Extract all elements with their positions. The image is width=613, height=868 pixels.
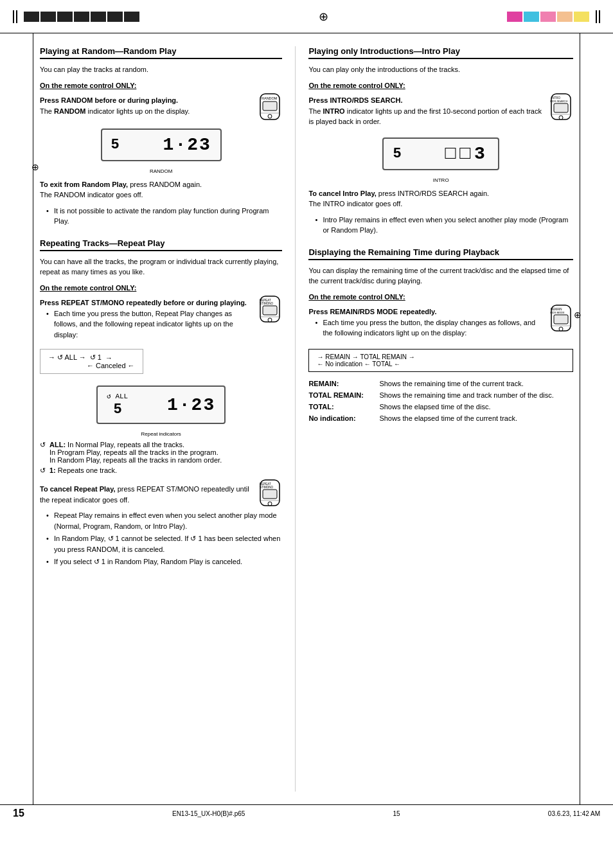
remain-val-total-remain: Shows the remaining time and track numbe… bbox=[379, 390, 573, 402]
repeat-press-heading: Press REPEAT ST/MONO repeatedly before o… bbox=[40, 299, 282, 306]
remain-val-no-indication: Shows the elapsed time of the current tr… bbox=[379, 413, 573, 425]
random-to-exit: To exit from Random Play, press RANDOM a… bbox=[40, 179, 282, 200]
random-play-intro: You can play the tracks at random. bbox=[40, 64, 282, 75]
repeat-1-desc: Repeats one track. bbox=[58, 466, 117, 474]
svg-text:/RDS MODE: /RDS MODE bbox=[550, 311, 565, 314]
intro-play-intro: You can play only the introductions of t… bbox=[308, 64, 573, 75]
intro-lcd-label: INTRO bbox=[308, 177, 573, 183]
repeat-press-bullets: Each time you press the button, Repeat P… bbox=[40, 308, 282, 341]
remain-row-remain: REMAIN: Shows the remaining time of the … bbox=[308, 378, 573, 390]
random-lcd-box: 5 1·23 bbox=[101, 128, 222, 161]
intro-play-title: Playing only Introductions—Intro Play bbox=[308, 46, 573, 59]
intro-lcd-small-digit: 5 bbox=[393, 146, 400, 162]
remain-row-2-text: ← No indication ← TOTAL ← bbox=[317, 360, 400, 368]
intro-bullets: Intro Play remains in effect even when y… bbox=[308, 215, 573, 236]
remain-key-no-indication: No indication: bbox=[308, 413, 379, 425]
color-blocks-right bbox=[507, 12, 589, 22]
svg-rect-14 bbox=[263, 490, 277, 499]
repeat-lcd-box: ↺ ALL 5 1·23 bbox=[96, 385, 226, 424]
repeat-cancel-section: REPEAT ST/MONO To cancel Repeat Play, pr… bbox=[40, 479, 282, 510]
remain-press-heading: Press REMAIN/RDS MODE repeatedly. bbox=[308, 308, 573, 315]
repeat-flow-diagram: → ↺ ALL → ↺ 1 → ← Canceled ← bbox=[40, 349, 143, 374]
right-vertical-lines bbox=[596, 10, 600, 23]
remain-row-total: TOTAL: Shows the elapsed time of the dis… bbox=[308, 402, 573, 413]
random-lcd-label: RANDOM bbox=[40, 168, 282, 174]
random-lcd-separator bbox=[132, 136, 150, 154]
svg-point-16 bbox=[268, 502, 272, 506]
repeat-cancel-bullets: Repeat Play remains in effect even when … bbox=[40, 510, 282, 567]
random-press-desc: The RANDOM indicator lights up on the di… bbox=[40, 106, 282, 117]
remain-key-total-remain: TOTAL REMAIN: bbox=[308, 390, 379, 402]
repeat-remote-icon-2: REPEAT ST/MONO bbox=[258, 479, 282, 508]
repeat-lcd-large-digit: 1·23 bbox=[167, 395, 215, 415]
random-play-title: Playing at Random—Random Play bbox=[40, 46, 282, 59]
random-bullet-1: It is not possible to activate the rando… bbox=[46, 206, 282, 227]
color-blocks-left bbox=[24, 12, 139, 22]
repeat-1-label: 1: bbox=[49, 466, 56, 474]
bottom-bar: 15 EN13-15_UX-H0(B)#.p65 15 03.6.23, 11:… bbox=[0, 804, 613, 822]
repeat-lcd-small-digit: 5 bbox=[114, 402, 121, 418]
repeat-indicator-all: ↺ ALL: In Normal Play, repeats all the t… bbox=[40, 441, 282, 464]
repeat-play-title: Repeating Tracks—Repeat Play bbox=[40, 238, 282, 251]
main-content: ⊕ Playing at Random—Random Play You can … bbox=[0, 33, 613, 804]
left-margin: ⊕ bbox=[0, 33, 33, 804]
remain-val-total: Shows the elapsed time of the disc. bbox=[379, 402, 573, 413]
repeat-lcd-sub-label: ↺ ALL bbox=[107, 392, 128, 400]
repeat-canceled: ← Canceled ← bbox=[87, 362, 135, 369]
repeat-cancel-bullet-3: If you select ↺ 1 in Random Play, Random… bbox=[46, 556, 282, 567]
intro-press-heading: Press INTRO/RDS SEARCH. bbox=[308, 96, 573, 104]
right-column: Playing only Introductions—Intro Play Yo… bbox=[296, 46, 573, 792]
repeat-all-desc1: In Normal Play, repeats all the tracks. bbox=[67, 441, 184, 448]
file-reference: EN13-15_UX-H0(B)#.p65 bbox=[172, 810, 245, 817]
repeat-lcd-display: ↺ ALL 5 1·23 Repeat indicators bbox=[40, 379, 282, 437]
intro-lcd-large-digit: □□3 bbox=[445, 144, 488, 164]
remain-intro: You can display the remaining time of th… bbox=[308, 265, 573, 287]
remain-press-bullet-1: Each time you press the button, the disp… bbox=[315, 317, 573, 339]
left-column: Playing at Random—Random Play You can pl… bbox=[40, 46, 296, 792]
repeat-cancel-bullet-2: In Random Play, ↺ 1 cannot be selected. … bbox=[46, 533, 282, 554]
repeat-lcd-space bbox=[138, 396, 157, 414]
random-remote-icon: RANDOM bbox=[258, 93, 282, 122]
repeat-all-desc3: In Random Play, repeats all the tracks i… bbox=[49, 456, 222, 464]
intro-remote-icon: INTRO /RDS SEARCH bbox=[549, 93, 573, 122]
intro-cancel-text: To cancel Intro Play, press INTRO/RDS SE… bbox=[308, 188, 573, 209]
left-vertical-lines bbox=[13, 10, 17, 23]
right-margin: ⊕ bbox=[580, 33, 613, 804]
remain-title: Displaying the Remaining Time during Pla… bbox=[308, 247, 573, 260]
repeat-cancel-bullet-1: Repeat Play remains in effect even when … bbox=[46, 510, 282, 531]
date-stamp: 03.6.23, 11:42 AM bbox=[548, 810, 600, 817]
remain-row-1: → REMAIN → TOTAL REMAIN → bbox=[317, 353, 565, 360]
repeat-lcd-caption: Repeat indicators bbox=[40, 431, 282, 437]
repeat-remote-only: On the remote control ONLY: bbox=[40, 284, 282, 292]
svg-rect-20 bbox=[554, 103, 568, 112]
page-number: 15 bbox=[13, 808, 24, 819]
random-lcd-small-digit: 5 bbox=[111, 137, 119, 153]
svg-point-22 bbox=[559, 116, 563, 120]
svg-point-4 bbox=[268, 114, 272, 118]
random-lcd-display: 5 1·23 RANDOM bbox=[40, 122, 282, 174]
intro-lcd-separator bbox=[414, 145, 432, 163]
svg-text:ST/MONO: ST/MONO bbox=[260, 486, 273, 489]
top-bar: ⊕ bbox=[0, 0, 613, 33]
left-crosshair-icon: ⊕ bbox=[31, 162, 39, 172]
intro-press-desc: The INTRO indicator lights up and the fi… bbox=[308, 106, 573, 127]
repeat-all-desc2: In Program Play, repeats all the tracks … bbox=[49, 448, 218, 456]
remain-table: REMAIN: Shows the remaining time of the … bbox=[308, 378, 573, 425]
random-bullets: It is not possible to activate the rando… bbox=[40, 206, 282, 227]
intro-remote-only: On the remote control ONLY: bbox=[308, 82, 573, 89]
intro-bullet-1: Intro Play remains in effect even when y… bbox=[315, 215, 573, 236]
remain-row-2: ← No indication ← TOTAL ← bbox=[317, 360, 565, 368]
intro-lcd-display: 5 □□3 INTRO bbox=[308, 131, 573, 183]
remain-key-total: TOTAL: bbox=[308, 402, 379, 413]
repeat-press-bullet-1: Each time you press the button, Repeat P… bbox=[46, 308, 282, 341]
repeat-1-symbol: ↺ bbox=[40, 466, 46, 475]
repeat-all-label: ALL: bbox=[49, 441, 66, 448]
random-remote-only: On the remote control ONLY: bbox=[40, 82, 282, 89]
svg-text:RANDOM: RANDOM bbox=[262, 96, 278, 100]
remain-key-remain: REMAIN: bbox=[308, 378, 379, 390]
repeat-arrow-2: ↺ 1 bbox=[90, 353, 102, 362]
repeat-arrow-3: → bbox=[105, 354, 112, 362]
random-lcd-large-digit: 1·23 bbox=[163, 135, 211, 155]
repeat-play-intro: You can have all the tracks, the program… bbox=[40, 256, 282, 278]
right-crosshair-icon: ⊕ bbox=[574, 310, 582, 320]
